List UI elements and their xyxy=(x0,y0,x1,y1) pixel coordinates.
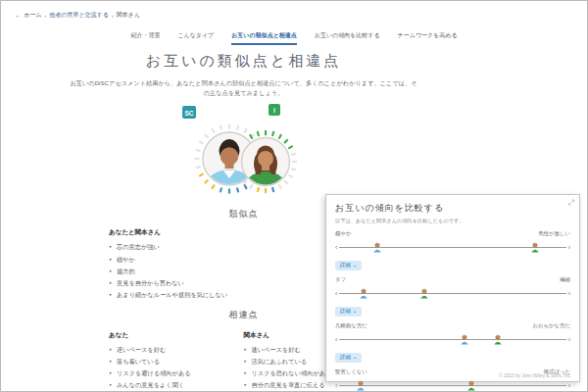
differences-you-label: あなた xyxy=(109,331,244,340)
breadcrumb: ← ホーム › 他者の世界と交流する › 関本さん xyxy=(15,11,140,20)
catalyst-comparison-page: ← ホーム › 他者の世界と交流する › 関本さん 紹介・背景 こんなタイプ お… xyxy=(0,0,588,392)
partner-marker xyxy=(493,334,502,345)
breadcrumb-section[interactable]: 他者の世界と交流する xyxy=(49,11,109,20)
tab-style[interactable]: こんなタイプ xyxy=(177,31,214,45)
slider-left-label: タフ xyxy=(335,276,346,283)
tendency-slider: 几帳面な方だ おおらかな方だ ‹ › 詳細⌄ xyxy=(335,322,570,363)
compare-tendencies-panel: お互いの傾向を比較する ⤢ 以下は、あなたと関本さんの傾向を比較したものです。 … xyxy=(325,194,580,382)
tab-compare-tendencies[interactable]: お互いの傾向を比較する xyxy=(315,31,380,45)
caret-down-icon: ⌄ xyxy=(353,354,358,360)
panel-title: お互いの傾向を比較する xyxy=(335,202,570,215)
differences-you-list: 遅いペースを好む 落ち着いている リスクを避ける傾向がある みんなの意見をよく聞… xyxy=(109,344,244,392)
chevron-left-icon: ‹ xyxy=(335,243,337,253)
breadcrumb-separator: › xyxy=(112,13,114,19)
you-marker xyxy=(357,380,366,391)
svg-text:i: i xyxy=(273,107,275,114)
back-arrow-icon[interactable]: ← xyxy=(15,13,21,19)
intro-text: お互いのDiSCアセスメント結果から、あなたと関本さんの類似点と相違点について、… xyxy=(68,78,420,98)
slider-track: ‹ › xyxy=(335,381,570,391)
partner-marker xyxy=(531,242,540,253)
slider-left-label: 堅苦しくない xyxy=(335,368,368,375)
chevron-right-icon: › xyxy=(568,289,570,299)
page-title: お互いの類似点と相違点 xyxy=(60,52,427,71)
tab-teamwork[interactable]: チームワークを高める xyxy=(398,31,458,45)
caret-down-icon: ⌄ xyxy=(353,262,358,268)
chevron-left-icon: ‹ xyxy=(335,335,337,345)
breadcrumb-home[interactable]: ホーム xyxy=(24,11,41,20)
panel-subtitle: 以下は、あなたと関本さんの傾向を比較したものです。 xyxy=(335,218,570,224)
chevron-right-icon: › xyxy=(568,335,570,345)
slider-left-label: 几帳面な方だ xyxy=(335,322,368,329)
caret-down-icon: ⌄ xyxy=(353,308,358,314)
list-item: 落ち着いている xyxy=(109,356,244,368)
you-marker xyxy=(359,288,368,299)
details-toggle[interactable]: 詳細⌄ xyxy=(335,353,362,363)
chevron-left-icon: ‹ xyxy=(335,381,337,391)
you-marker xyxy=(461,334,469,345)
tab-intro[interactable]: 紹介・背景 xyxy=(130,31,160,45)
breadcrumb-separator: › xyxy=(44,13,46,19)
tendency-slider: 堅苦しくない 格式ばった ‹ › 詳細⌄ xyxy=(335,368,570,392)
slider-track: ‹ › xyxy=(335,243,570,253)
slider-track: ‹ › xyxy=(335,335,570,345)
chevron-right-icon: › xyxy=(568,381,570,391)
section-tabs: 紹介・背景 こんなタイプ お互いの類似点と相違点 お互いの傾向を比較する チーム… xyxy=(1,31,587,45)
tendency-slider: タフ 繊細 ‹ › 詳細⌄ xyxy=(335,276,570,317)
details-toggle[interactable]: 詳細⌄ xyxy=(335,307,362,317)
disc-badge-you: SC xyxy=(182,106,196,119)
svg-text:SC: SC xyxy=(184,110,193,117)
list-item: みんなの意見をよく聞く xyxy=(109,379,244,391)
disc-badge-partner: i xyxy=(269,104,280,116)
list-item: 遅いペースを好む xyxy=(109,344,244,356)
slider-right-label: 気性が激しい xyxy=(538,230,570,237)
you-marker xyxy=(373,242,382,253)
chevron-left-icon: ‹ xyxy=(335,289,337,299)
avatar-pair-graphic: SC i xyxy=(171,102,318,200)
list-item: リスクを避ける傾向がある xyxy=(109,368,244,379)
breadcrumb-current: 関本さん xyxy=(117,11,140,20)
tab-similarities-differences[interactable]: お互いの類似点と相違点 xyxy=(231,31,297,45)
copyright-text: © 2023 by John Wiley & Sons, Inc. xyxy=(499,373,571,378)
chevron-right-icon: › xyxy=(568,243,570,253)
slider-right-label: おおらかな方だ xyxy=(533,322,571,329)
details-toggle[interactable]: 詳細⌄ xyxy=(335,261,362,270)
expand-icon[interactable]: ⤢ xyxy=(568,198,574,208)
slider-right-label: 繊細 xyxy=(560,276,570,283)
tendency-slider: 穏やか 気性が激しい ‹ › 詳細⌄ xyxy=(335,230,570,270)
slider-left-label: 穏やか xyxy=(335,230,351,237)
differences-you-column: あなた 遅いペースを好む 落ち着いている リスクを避ける傾向がある みんなの意見… xyxy=(60,323,244,392)
partner-marker xyxy=(467,380,476,391)
partner-marker xyxy=(420,288,429,299)
slider-track: ‹ › xyxy=(335,289,570,299)
